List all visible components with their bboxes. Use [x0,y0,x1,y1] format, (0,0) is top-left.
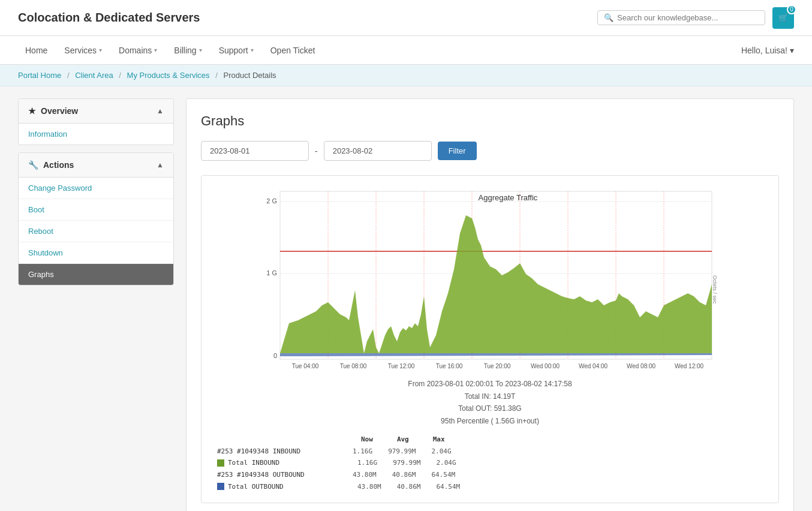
nav-open-ticket[interactable]: Open Ticket [263,36,323,65]
svg-text:Tue 16:00: Tue 16:00 [436,363,463,369]
graph-svg-wrapper: 2 G 1 G 0 [211,185,769,492]
svg-text:Octets / sec: Octets / sec [712,275,718,304]
sidebar-item-reboot[interactable]: Reboot [19,221,173,242]
nav-left: Home Services ▾ Domains ▾ Billing ▾ Supp… [18,36,322,65]
breadcrumb-product-details: Product Details [223,71,276,80]
legend-row-2: Total INBOUND 1.16G 979.99M 2.04G [217,458,763,468]
svg-text:Wed 12:00: Wed 12:00 [675,363,704,369]
actions-chevron: ▲ [157,161,164,169]
search-input[interactable] [617,13,759,22]
filter-button[interactable]: Filter [438,142,477,160]
svg-text:Wed 04:00: Wed 04:00 [579,363,608,369]
svg-text:Tue 20:00: Tue 20:00 [484,363,511,369]
outbound-color [217,483,224,490]
main-layout: ★ Overview ▲ Information 🔧 Actions ▲ Cha… [0,86,812,511]
legend-row-1: #253 #1049348 INBOUND 1.16G 979.99M 2.04… [217,446,763,457]
sidebar-overview-title: ★ Overview [28,106,78,116]
sidebar-overview-header[interactable]: ★ Overview ▲ [19,99,173,124]
page-title: Graphs [201,113,779,129]
header-right: 🔍 🛒 0 [597,7,794,29]
cart-button[interactable]: 🛒 0 [772,7,794,29]
breadcrumb-sep-1: / [67,71,70,80]
sidebar-item-graphs[interactable]: Graphs [19,264,173,285]
sidebar-overview-section: ★ Overview ▲ Information [18,98,174,145]
svg-text:Tue 08:00: Tue 08:00 [340,363,367,369]
main-content: Graphs - Filter 2 G 1 G 0 [186,98,794,511]
sidebar-item-boot[interactable]: Boot [19,199,173,221]
breadcrumb-sep-3: / [215,71,218,80]
nav-bar: Home Services ▾ Domains ▾ Billing ▾ Supp… [0,36,812,65]
sidebar: ★ Overview ▲ Information 🔧 Actions ▲ Cha… [18,98,174,511]
legend-row-3: #253 #1049348 OUTBOUND 43.80M 40.86M 64.… [217,470,763,480]
breadcrumb-sep-2: / [119,71,121,80]
breadcrumb-portal-home[interactable]: Portal Home [18,71,61,80]
breadcrumb-my-products[interactable]: My Products & Services [127,71,210,80]
svg-text:0: 0 [273,352,277,359]
date-from-input[interactable] [201,141,309,161]
top-header: Colocation & Dedicated Servers 🔍 🛒 0 [0,0,812,36]
total-in: Total IN: 14.19T [211,390,769,402]
support-arrow: ▾ [251,47,254,53]
site-title: Colocation & Dedicated Servers [18,11,200,25]
legend-row-4: Total OUTBOUND 43.80M 40.86M 64.54M [217,482,763,492]
wrench-icon: 🔧 [28,160,38,170]
sidebar-item-shutdown[interactable]: Shutdown [19,242,173,264]
traffic-graph: 2 G 1 G 0 [211,185,769,377]
hello-user[interactable]: Hello, Luisa! ▾ [741,46,794,55]
sidebar-actions-title: 🔧 Actions [28,160,74,170]
svg-text:2 G: 2 G [266,197,277,205]
overview-chevron: ▲ [157,107,164,115]
services-arrow: ▾ [99,47,102,53]
search-icon: 🔍 [604,13,613,22]
date-filter: - Filter [201,141,779,161]
inbound-color [217,459,224,467]
nav-services[interactable]: Services ▾ [57,36,109,65]
nav-support[interactable]: Support ▾ [212,36,261,65]
percentile: 95th Percentile ( 1.56G in+out) [211,415,769,427]
nav-home[interactable]: Home [18,36,55,65]
graph-container: 2 G 1 G 0 [201,175,779,503]
domains-arrow: ▾ [154,47,157,53]
svg-text:1 G: 1 G [266,269,277,276]
svg-text:Tue 04:00: Tue 04:00 [292,363,319,369]
star-icon: ★ [28,106,36,116]
sidebar-actions-header[interactable]: 🔧 Actions ▲ [19,153,173,178]
nav-domains[interactable]: Domains ▾ [112,36,164,65]
graph-from-to: From 2023-08-01 02:00:01 To 2023-08-02 1… [211,380,769,388]
svg-text:Tue 12:00: Tue 12:00 [388,363,415,369]
sidebar-actions-section: 🔧 Actions ▲ Change Password Boot Reboot … [18,152,174,285]
total-out: Total OUT: 591.38G [211,402,769,414]
billing-arrow: ▾ [199,47,202,53]
date-to-input[interactable] [324,141,432,161]
sidebar-item-change-password[interactable]: Change Password [19,178,173,199]
sidebar-item-information[interactable]: Information [19,124,173,145]
svg-text:Wed 00:00: Wed 00:00 [531,363,560,369]
svg-text:Aggregate Traffic: Aggregate Traffic [479,193,538,202]
graph-stats: Total IN: 14.19T Total OUT: 591.38G 95th… [211,390,769,427]
breadcrumb: Portal Home / Client Area / My Products … [0,65,812,86]
hello-arrow: ▾ [790,46,794,55]
graph-legend: Now Avg Max #253 #1049348 INBOUND 1.16G … [211,434,769,492]
breadcrumb-client-area[interactable]: Client Area [75,71,113,80]
search-box[interactable]: 🔍 [597,10,765,25]
svg-text:Wed 08:00: Wed 08:00 [627,363,656,369]
nav-billing[interactable]: Billing ▾ [167,36,209,65]
cart-badge: 0 [787,5,796,14]
date-separator: - [315,146,318,156]
